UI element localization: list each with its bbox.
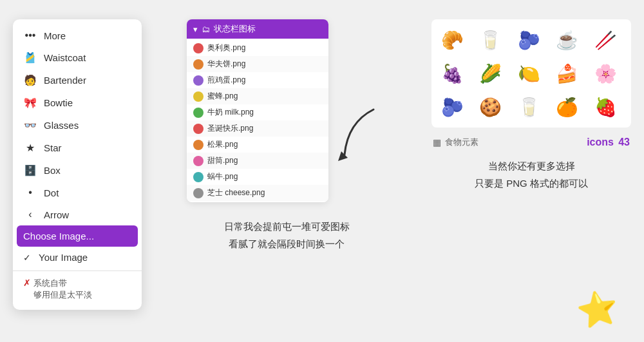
menu-label-bartender: Bartender (44, 75, 86, 86)
icon-cell: 🍋 (515, 59, 543, 88)
menu-item-dot[interactable]: • Dot (13, 182, 142, 204)
file-name: 蜜蜂.png (207, 91, 238, 102)
menu-item-your-image[interactable]: ✓ Your Image (13, 247, 142, 268)
icon-cell: 🥛 (515, 93, 543, 121)
icon-cell: 🍊 (553, 93, 582, 121)
file-icon (193, 188, 204, 198)
file-item[interactable]: 甜筒.png (187, 153, 328, 169)
icons-count: icons 43 (587, 137, 630, 148)
icon-cell: ☕ (553, 26, 582, 54)
file-item[interactable]: 华夫饼.png (187, 56, 328, 72)
icon-cell: 🫐 (438, 93, 466, 121)
file-icon (193, 43, 204, 53)
icon-grid: 🥐 🥛 🫐 ☕ 🥢 🍇 🌽 🍋 🍰 🌸 🫐 🍪 🥛 🍊 🍓 (431, 19, 631, 128)
menu-item-bartender[interactable]: 🧑 Bartender (13, 69, 142, 91)
icon-cell: 🥛 (477, 26, 505, 54)
checkmark-icon: ✓ (23, 252, 31, 263)
file-item[interactable]: 蜜蜂.png (187, 88, 328, 104)
file-name: 松果.png (207, 139, 238, 150)
file-item[interactable]: 蜗牛.png (187, 169, 328, 185)
icon-cell: 🥢 (591, 26, 620, 54)
file-name: 蜗牛.png (207, 171, 238, 182)
file-icon (193, 140, 204, 150)
file-item[interactable]: 奥利奥.png (187, 40, 328, 56)
menu-item-glasses[interactable]: 👓 Glasses (13, 114, 142, 137)
error-section: ✗ 系统自带 够用但是太平淡 (13, 274, 142, 305)
menu-label-dot: Dot (44, 187, 59, 198)
file-icon (193, 108, 204, 118)
file-icon (193, 156, 204, 166)
file-icon (193, 124, 204, 134)
menu-label-waistcoat: Waistcoat (44, 52, 86, 63)
icon-footer-label: ▦ 食物元素 (433, 137, 478, 148)
svg-marker-0 (338, 151, 348, 161)
file-icon (193, 59, 204, 70)
more-icon: ••• (23, 30, 37, 41)
icon-cell: 🥐 (438, 26, 466, 54)
file-name: 芝士 cheese.png (207, 187, 265, 198)
menu-item-choose[interactable]: Choose Image... (17, 225, 138, 247)
file-item[interactable]: 芝士 cheese.png (187, 185, 328, 201)
file-item[interactable]: 煎鸡蛋.png (187, 72, 328, 88)
bartender-icon: 🧑 (23, 74, 37, 86)
file-browser-title: 状态栏图标 (214, 23, 256, 35)
file-browser: ▾ 🗂 状态栏图标 奥利奥.png 华夫饼.png 煎鸡蛋.p (187, 19, 328, 202)
error-icon: ✗ (23, 278, 31, 288)
menu-item-box[interactable]: 🗄️ Box (13, 159, 142, 182)
file-icon (193, 172, 204, 182)
menu-item-waistcoat[interactable]: 🎽 Waistcoat (13, 46, 142, 69)
menu-item-bowtie[interactable]: 🎀 Bowtie (13, 91, 142, 114)
arrow-annotation (335, 103, 386, 167)
menu-label-bowtie: Bowtie (44, 97, 73, 108)
icons-count-value: 43 (618, 137, 630, 147)
file-name: 甜筒.png (207, 155, 238, 166)
file-item[interactable]: 牛奶 milk.png (187, 104, 328, 120)
icon-cell: 🌸 (591, 59, 620, 88)
right-description: 当然你还有更多选择 只要是 PNG 格式的都可以 (431, 157, 631, 192)
dot-icon: • (23, 187, 37, 198)
main-container: ••• More 🎽 Waistcoat 🧑 Bartender 🎀 Bowti… (0, 0, 644, 342)
icon-footer: ▦ 食物元素 icons 43 (431, 134, 631, 151)
file-item[interactable]: 圣诞快乐.png (187, 120, 328, 137)
menu-item-more[interactable]: ••• More (13, 24, 142, 46)
icon-cell: 🌽 (477, 59, 505, 88)
bowtie-icon: 🎀 (23, 97, 37, 109)
file-header: ▾ 🗂 状态栏图标 (187, 19, 328, 39)
center-panel: ▾ 🗂 状态栏图标 奥利奥.png 华夫饼.png 煎鸡蛋.p (155, 13, 419, 252)
menu-item-star[interactable]: ★ Star (13, 137, 142, 159)
file-name: 奥利奥.png (207, 43, 245, 53)
file-name: 华夫饼.png (207, 59, 245, 70)
file-icon (193, 75, 204, 86)
right-text-line2: 只要是 PNG 格式的都可以 (431, 175, 631, 192)
file-name: 煎鸡蛋.png (207, 75, 245, 86)
menu-label-more: More (44, 30, 66, 41)
icon-cell: 🍰 (553, 59, 582, 88)
icon-cell: 🫐 (515, 26, 543, 54)
error-line1: 系统自带 (33, 278, 92, 289)
menu-label-star: Star (44, 142, 62, 153)
file-list: 奥利奥.png 华夫饼.png 煎鸡蛋.png 蜜蜂.png (187, 39, 328, 202)
folder-icon: 🗂 (202, 24, 210, 34)
file-icon (193, 91, 204, 102)
icon-cell: 🍇 (438, 59, 466, 88)
icons-count-label: icons (587, 137, 614, 147)
center-text-line1: 日常我会提前屯一堆可爱图标 (224, 218, 350, 235)
right-text-line1: 当然你还有更多选择 (431, 157, 631, 175)
menu-label-box: Box (44, 165, 61, 176)
menu-label-glasses: Glasses (44, 120, 79, 131)
menu-label-choose: Choose Image... (23, 231, 94, 242)
icon-grid-label: 食物元素 (445, 137, 478, 148)
waistcoat-icon: 🎽 (23, 52, 37, 64)
right-panel: 🥐 🥛 🫐 ☕ 🥢 🍇 🌽 🍋 🍰 🌸 🫐 🍪 🥛 🍊 🍓 ▦ 食物元素 ico… (431, 13, 631, 192)
icon-cell: 🍓 (591, 93, 620, 121)
box-icon: 🗄️ (23, 164, 37, 176)
file-item[interactable]: 松果.png (187, 137, 328, 153)
file-name: 圣诞快乐.png (207, 123, 253, 134)
glasses-icon: 👓 (23, 119, 37, 131)
error-line2: 够用但是太平淡 (33, 289, 92, 301)
center-description: 日常我会提前屯一堆可爱图标 看腻了就会隔段时间换一个 (224, 218, 350, 252)
menu-separator (13, 271, 142, 271)
menu-item-arrow[interactable]: ‹ Arrow (13, 204, 142, 225)
folder-collapse-icon: ▾ (193, 24, 198, 34)
menu-panel: ••• More 🎽 Waistcoat 🧑 Bartender 🎀 Bowti… (13, 19, 142, 310)
